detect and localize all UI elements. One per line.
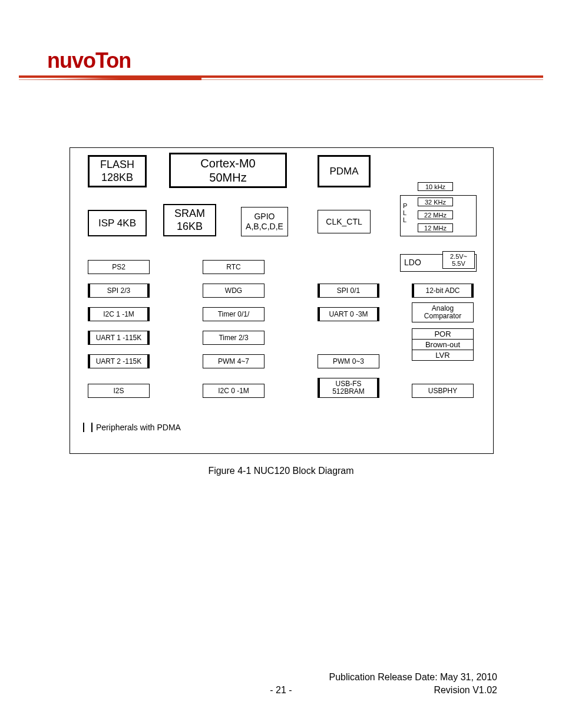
block-uart2: UART 2 -115K [88,354,150,368]
block-por-stack: POR Brown-out LVR [412,328,474,361]
block-timer23: Timer 2/3 [203,331,265,345]
block-usbfs: USB-FS 512BRAM [318,378,379,398]
block-uart1: UART 1 -115K [88,331,150,345]
pll-opt-2: 22 MHz [418,210,453,219]
block-pdma: PDMA [318,155,371,187]
page-number: - 21 - [270,685,292,696]
text: Brown-out [412,339,474,350]
block-sram: SRAM 16KB [163,204,216,236]
brand-logo: nuvoTon [47,48,131,73]
revision: Revision V1.02 [434,685,497,696]
block-diagram: FLASH 128KB Cortex-M0 50MHz PDMA ISP 4KB… [70,147,494,454]
pll-opt-0: 10 kHz [418,182,453,191]
header-rule [19,74,543,83]
pll-opt-1: 32 KHz [418,197,453,206]
block-acmp: Analog Comparator [412,302,474,322]
text: Cortex-M0 [200,156,255,170]
block-wdg: WDG [203,284,265,298]
block-i2c0: I2C 0 -1M [203,384,265,398]
block-cortex: Cortex-M0 50MHz [169,153,287,188]
block-i2c1: I2C 1 -1M [88,307,150,321]
ldo-label: LDO [404,258,421,267]
block-pwm03: PWM 0~3 [318,354,379,368]
text: GPIO [254,212,275,222]
ldo-container: LDO 2.5V~ 5.5V [400,254,477,272]
block-flash: FLASH 128KB [88,155,147,187]
pll-label: P L L [403,202,407,223]
block-pwm47: PWM 4~7 [203,354,265,368]
text: POR [412,328,474,339]
block-rtc: RTC [203,260,265,274]
block-gpio: GPIO A,B,C,D,E [241,207,288,236]
text: A,B,C,D,E [246,222,283,232]
block-spi01: SPI 0/1 [318,284,379,298]
figure-caption: Figure 4-1 NUC120 Block Diagram [0,466,562,476]
text: FLASH [100,159,134,172]
block-isp: ISP 4KB [88,210,147,236]
block-ps2: PS2 [88,260,150,274]
publication-date: Publication Release Date: May 31, 2010 [329,672,497,683]
block-timer01: Timer 0/1/ [203,307,265,321]
block-usbphy: USBPHY [412,384,474,398]
text: SRAM [174,207,205,220]
legend-icon [83,423,92,432]
text: 16KB [177,220,203,233]
block-clkctl: CLK_CTL [318,210,371,233]
pll-opt-3: 12 MHz [418,223,453,232]
legend-text: Peripherals with PDMA [96,423,181,432]
text: 50MHz [209,170,246,185]
text: 128KB [101,172,133,185]
block-spi23: SPI 2/3 [88,284,150,298]
block-uart0: UART 0 -3M [318,307,379,321]
block-adc: 12-bit ADC [412,284,474,298]
text: LVR [412,350,474,361]
ldo-voltage: 2.5V~ 5.5V [442,251,475,269]
block-i2s: I2S [88,384,150,398]
